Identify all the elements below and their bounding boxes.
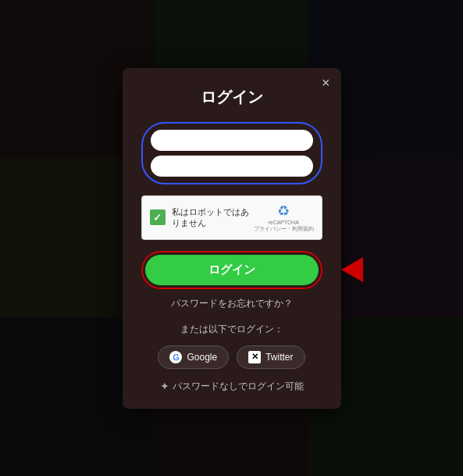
sparkle-icon: ✦: [160, 380, 169, 392]
close-button[interactable]: ×: [322, 76, 330, 90]
google-label: Google: [187, 352, 217, 363]
twitter-x-icon: ✕: [248, 351, 261, 363]
twitter-login-button[interactable]: ✕ Twitter: [237, 345, 305, 369]
google-login-button[interactable]: G Google: [158, 345, 229, 369]
login-btn-container: ログイン: [141, 251, 322, 289]
recaptcha-icon: ♻: [277, 202, 290, 220]
recaptcha-logo: ♻ reCAPTCHA プライバシー・利用規約: [254, 202, 314, 233]
recaptcha-widget[interactable]: 私はロボットではありません ♻ reCAPTCHA プライバシー・利用規約: [141, 195, 322, 240]
arrow-indicator: [341, 257, 363, 282]
recaptcha-text: 私はロボットではありません: [172, 206, 254, 229]
twitter-label: Twitter: [265, 352, 293, 363]
recaptcha-subtext: プライバシー・利用規約: [254, 225, 314, 233]
recaptcha-checkmark: [150, 209, 166, 225]
input-group: [141, 122, 322, 184]
passwordless-login[interactable]: ✦ パスワードなしでログイン可能: [141, 380, 322, 393]
forgot-password-link[interactable]: パスワードをお忘れですか？: [141, 297, 322, 310]
login-button[interactable]: ログイン: [145, 255, 319, 285]
email-input[interactable]: [151, 130, 313, 151]
recaptcha-brand: reCAPTCHA: [268, 220, 299, 225]
login-btn-wrapper: ログイン: [141, 251, 322, 289]
password-input[interactable]: [151, 156, 313, 177]
modal-overlay: × ログイン 私はロボットではありません ♻ reCAPTCHA プライバシー・…: [0, 0, 463, 476]
login-modal: × ログイン 私はロボットではありません ♻ reCAPTCHA プライバシー・…: [123, 68, 341, 409]
social-login-row: G Google ✕ Twitter: [141, 345, 322, 369]
google-icon: G: [169, 351, 182, 363]
passwordless-label: パスワードなしでログイン可能: [173, 380, 304, 393]
arrow-shape: [341, 257, 363, 282]
modal-title: ログイン: [141, 87, 322, 108]
or-login-label: または以下でログイン：: [141, 323, 322, 336]
